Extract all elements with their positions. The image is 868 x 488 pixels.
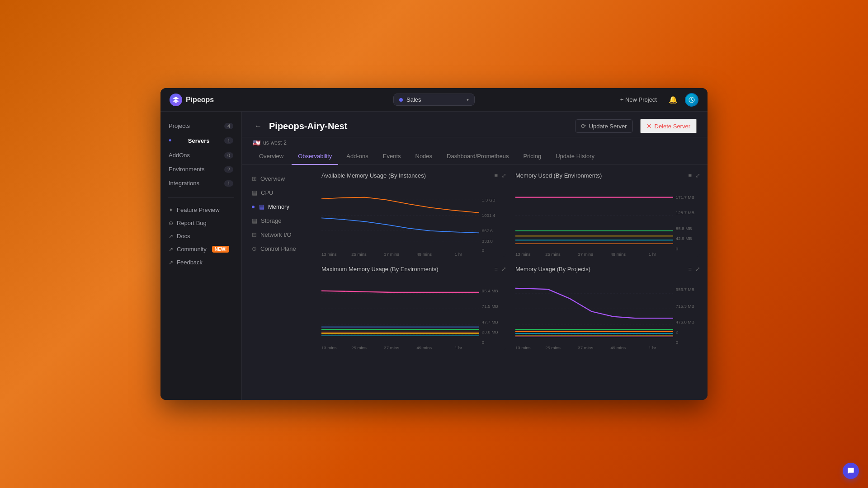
top-nav: Pipeops Sales ▾ + New Project 🔔 — [160, 88, 708, 112]
sidebar-item-feature-preview[interactable]: ✦ Feature Preview — [160, 203, 241, 216]
network-nav-icon: ⊟ — [252, 231, 257, 238]
svg-text:476.8 MB: 476.8 MB — [676, 320, 694, 324]
tab-overview[interactable]: Overview — [253, 148, 290, 165]
control-plane-nav-icon: ⊙ — [252, 245, 257, 252]
page-title: Pipeops-Airy-Nest — [269, 121, 347, 131]
tab-dashboard-prometheus[interactable]: Dashboard/Prometheus — [440, 148, 515, 165]
memory-nav-icon: ▤ — [259, 203, 264, 210]
svg-text:49 mins: 49 mins — [417, 346, 432, 350]
svg-text:85.8 MB: 85.8 MB — [676, 226, 692, 231]
svg-text:42.9 MB: 42.9 MB — [676, 237, 692, 241]
left-nav-network-io[interactable]: ⊟ Network I/O — [247, 228, 309, 241]
new-project-label: + New Project — [620, 96, 657, 103]
svg-text:1 hr: 1 hr — [455, 252, 462, 257]
docs-external-icon: ↗ — [169, 233, 173, 239]
tab-update-history[interactable]: Update History — [549, 148, 601, 165]
app-window: Pipeops Sales ▾ + New Project 🔔 Projec — [160, 88, 708, 400]
svg-text:13 mins: 13 mins — [321, 252, 337, 257]
sidebar-bottom-section: ✦ Feature Preview ⊙ Report Bug ↗ Docs ↗ … — [160, 203, 241, 269]
update-server-label: Update Server — [589, 123, 627, 130]
new-project-button[interactable]: + New Project — [616, 94, 661, 105]
chart4-legend-icon[interactable]: ≡ — [688, 266, 692, 272]
region-tag: 🇺🇸 us-west-2 — [242, 137, 708, 148]
chart2-legend-icon[interactable]: ≡ — [688, 172, 692, 179]
sidebar-item-report-bug[interactable]: ⊙ Report Bug — [160, 216, 241, 230]
sidebar-item-addons[interactable]: AddOns 0 — [160, 148, 241, 162]
chart1-legend-icon[interactable]: ≡ — [494, 172, 498, 179]
sidebar: Projects 4 Servers 1 AddOns 0 Environmen… — [160, 112, 242, 400]
chart1-icons: ≡ ⤢ — [494, 172, 506, 179]
svg-text:49 mins: 49 mins — [611, 252, 626, 257]
chart4-expand-icon[interactable]: ⤢ — [695, 266, 700, 272]
svg-text:128.7 MB: 128.7 MB — [676, 211, 694, 215]
svg-text:667.6: 667.6 — [482, 229, 493, 233]
sidebar-label-integrations: Integrations — [169, 180, 199, 187]
sidebar-bottom-label-community: Community — [177, 246, 207, 253]
chart-memory-used-environments: Memory Used (By Environments) ≡ ⤢ — [515, 172, 700, 257]
svg-text:71.5 MB: 71.5 MB — [482, 304, 498, 309]
content-area: ← Pipeops-Airy-Nest ⟳ Update Server ✕ De… — [242, 112, 708, 400]
delete-server-button[interactable]: ✕ Delete Server — [640, 119, 697, 133]
chart-available-memory-instances: Available Memory Usage (By Instances) ≡ … — [321, 172, 506, 257]
sidebar-bottom-label-report-bug: Report Bug — [177, 220, 207, 226]
chart2-header: Memory Used (By Environments) ≡ ⤢ — [515, 172, 700, 179]
chart4-header: Memory Usage (By Projects) ≡ ⤢ — [515, 266, 700, 272]
left-nav-overview[interactable]: ⊞ Overview — [247, 172, 309, 185]
tab-observability[interactable]: Observability — [292, 148, 338, 165]
cpu-nav-icon: ▤ — [252, 189, 257, 196]
main-layout: Projects 4 Servers 1 AddOns 0 Environmen… — [160, 112, 708, 400]
project-selector[interactable]: Sales ▾ — [393, 94, 475, 106]
notification-bell-icon[interactable]: 🔔 — [669, 95, 678, 104]
svg-text:171.7 MB: 171.7 MB — [676, 195, 694, 200]
chat-bubble-button[interactable] — [843, 463, 859, 479]
sidebar-badge-servers: 1 — [224, 137, 233, 144]
chart3-icons: ≡ ⤢ — [494, 266, 506, 272]
svg-text:0: 0 — [676, 247, 678, 251]
sidebar-item-community[interactable]: ↗ Community NEW! — [160, 243, 241, 256]
tab-addons[interactable]: Add-ons — [340, 148, 374, 165]
chart3-title: Maximum Memory Usage (By Environments) — [321, 266, 439, 272]
tab-events[interactable]: Events — [377, 148, 407, 165]
chart3-legend-icon[interactable]: ≡ — [494, 266, 498, 272]
chart2-expand-icon[interactable]: ⤢ — [695, 172, 700, 179]
sidebar-item-servers[interactable]: Servers 1 — [160, 133, 241, 148]
project-dot — [399, 98, 403, 102]
sidebar-item-environments[interactable]: Environments 2 — [160, 162, 241, 176]
sidebar-item-feedback[interactable]: ↗ Feedback — [160, 256, 241, 269]
tab-nodes[interactable]: Nodes — [409, 148, 439, 165]
left-nav-memory[interactable]: ▤ Memory — [247, 200, 309, 213]
update-server-button[interactable]: ⟳ Update Server — [575, 119, 633, 133]
sidebar-item-integrations[interactable]: Integrations 1 — [160, 176, 241, 190]
tabs-bar: Overview Observability Add-ons Events No… — [242, 148, 708, 165]
svg-text:715.3 MB: 715.3 MB — [676, 304, 694, 309]
chart4-svg: 953.7 MB 715.3 MB 476.8 MB 2 0 13 mins 2… — [515, 278, 700, 350]
left-nav-cpu[interactable]: ▤ CPU — [247, 186, 309, 199]
sidebar-item-projects[interactable]: Projects 4 — [160, 119, 241, 133]
back-button[interactable]: ← — [253, 120, 264, 132]
chart1-canvas: 1.3 GB 1001.4 667.6 333.8 0 13 mins 25 m… — [321, 184, 506, 257]
chart3-svg: 95.4 MB 71.5 MB 47.7 MB 23.8 MB 0 13 min… — [321, 278, 506, 350]
svg-text:2: 2 — [676, 330, 678, 335]
page-title-area: ← Pipeops-Airy-Nest — [253, 120, 347, 132]
tab-pricing[interactable]: Pricing — [517, 148, 547, 165]
sidebar-item-docs[interactable]: ↗ Docs — [160, 230, 241, 243]
chart1-header: Available Memory Usage (By Instances) ≡ … — [321, 172, 506, 179]
page-header: ← Pipeops-Airy-Nest ⟳ Update Server ✕ De… — [242, 112, 708, 137]
logo-icon — [170, 94, 182, 106]
chart1-title: Available Memory Usage (By Instances) — [321, 172, 426, 179]
chart3-expand-icon[interactable]: ⤢ — [501, 266, 506, 272]
svg-text:37 mins: 37 mins — [578, 346, 593, 350]
delete-server-label: Delete Server — [655, 123, 690, 130]
chart1-expand-icon[interactable]: ⤢ — [501, 172, 506, 179]
left-nav-storage[interactable]: ▤ Storage — [247, 214, 309, 227]
svg-text:0: 0 — [482, 340, 484, 345]
nav-center: Sales ▾ — [393, 94, 475, 106]
new-badge: NEW! — [212, 246, 230, 253]
left-nav-control-plane[interactable]: ⊙ Control Plane — [247, 242, 309, 255]
left-nav: ⊞ Overview ▤ CPU ▤ Memory ▤ Storage — [242, 172, 314, 350]
overview-nav-icon: ⊞ — [252, 175, 257, 182]
sidebar-badge-environments: 2 — [224, 166, 233, 173]
user-avatar[interactable] — [685, 93, 698, 107]
sub-layout: ⊞ Overview ▤ CPU ▤ Memory ▤ Storage — [242, 165, 708, 357]
region-label: us-west-2 — [263, 140, 287, 146]
